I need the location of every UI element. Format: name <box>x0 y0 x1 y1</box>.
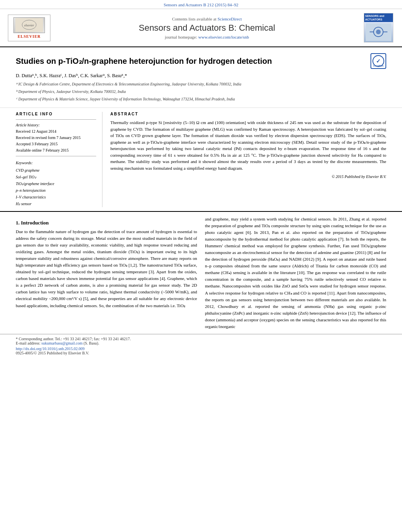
svg-text:CrossMark: CrossMark <box>373 65 383 67</box>
abstract-panel: ABSTRACT Thermally oxidized p-type Si [r… <box>110 112 386 207</box>
body-section: 1. Introduction Due to the flammable nat… <box>0 212 402 334</box>
article-info-panel: ARTICLE INFO Article history: Received 1… <box>16 112 102 207</box>
sensors-logo-box: SENSORS and ACTUATORS <box>364 13 393 43</box>
svg-text:✓: ✓ <box>376 58 381 64</box>
paper-title-row: Studies on p-TiO₂/n-graphene heterojunct… <box>16 53 386 69</box>
abstract-text: Thermally oxidized p-type Si [resistivit… <box>110 119 386 171</box>
article-history-block: Article history: Received 12 August 2014… <box>16 122 96 154</box>
copyright-notice: © 2015 Published by Elsevier B.V. <box>110 174 386 179</box>
doi-link[interactable]: http://dx.doi.org/10.1016/j.snb.2015.02.… <box>16 347 85 351</box>
footnote-area: * Corresponding author. Tel.: +91 33 241… <box>0 334 402 357</box>
keyword-3: TiO₂/graphene interface <box>16 180 96 187</box>
authors-line: D. Duttaᵃ,ᵇ, S.K. Hazraᶜ, J. Dasᵇ, C.K. … <box>16 73 386 79</box>
elsevier-logo: elsevier ELSEVIER <box>8 15 51 41</box>
journal-homepage: journal homepage: www.elsevier.com/locat… <box>51 35 363 39</box>
info-divider <box>16 119 96 120</box>
homepage-link[interactable]: www.elsevier.com/locate/snb <box>198 35 249 39</box>
email-line: E-mail address: sukumarbasu@gmail.com (S… <box>16 341 386 345</box>
history-label: Article history: <box>16 122 96 128</box>
issn-line: 0925-4005/© 2015 Published by Elsevier B… <box>16 351 386 355</box>
received-date: Received 12 August 2014 <box>16 128 96 135</box>
journal-citation: Sensors and Actuators B 212 (2015) 84–92 <box>164 2 238 7</box>
journal-title: Sensors and Actuators B: Chemical <box>51 23 363 33</box>
journal-header: elsevier ELSEVIER Contents lists availab… <box>0 9 402 47</box>
introduction-text-left: Due to the flammable nature of hydrogen … <box>16 228 197 309</box>
keyword-6: H₂ sensor <box>16 200 96 207</box>
sciencedirect-link[interactable]: ScienceDirect <box>218 17 242 21</box>
journal-center-info: Contents lists available at ScienceDirec… <box>51 17 363 39</box>
contents-available-line: Contents lists available at ScienceDirec… <box>51 17 363 21</box>
keyword-1: CVD graphene <box>16 167 96 174</box>
article-info-abstract-section: ARTICLE INFO Article history: Received 1… <box>0 108 402 212</box>
accepted-date: Accepted 3 February 2015 <box>16 141 96 147</box>
email-label: E-mail address: <box>16 341 40 345</box>
doi-line: http://dx.doi.org/10.1016/j.snb.2015.02.… <box>16 347 386 351</box>
svg-point-5 <box>376 30 381 34</box>
affiliation-b: ᵇ Department of Physics, Jadavpur Univer… <box>16 89 386 95</box>
body-left-col: 1. Introduction Due to the flammable nat… <box>16 216 197 330</box>
affiliation-c: ᶜ Department of Physics & Materials Scie… <box>16 96 386 102</box>
keywords-divider <box>16 156 96 156</box>
journal-citation-bar: Sensors and Actuators B 212 (2015) 84–92 <box>0 0 402 9</box>
sensors-logo-text: SENSORS and ACTUATORS <box>364 13 393 22</box>
elsevier-image: elsevier <box>13 17 45 33</box>
received-revised-date: Received in revised form 7 January 2015 <box>16 135 96 141</box>
svg-text:elsevier: elsevier <box>24 24 35 27</box>
keyword-5: I–V characteristics <box>16 194 96 200</box>
article-info-heading: ARTICLE INFO <box>16 112 96 116</box>
body-right-col: and graphene, may yield a system worth s… <box>205 216 386 330</box>
keyword-2: Sol–gel TiO₂ <box>16 174 96 180</box>
keywords-block: Keywords: CVD graphene Sol–gel TiO₂ TiO₂… <box>16 159 96 207</box>
email-link[interactable]: sukumarbasu@gmail.com <box>41 341 82 345</box>
abstract-heading: ABSTRACT <box>110 112 386 116</box>
keyword-4: p–n heterojunction <box>16 187 96 194</box>
corresponding-author: * Corresponding author. Tel.: +91 33 241… <box>16 337 386 341</box>
affiliation-a: ᵃ IC Design & Fabrication Centre, Depart… <box>16 81 386 87</box>
sensors-logo-image <box>364 22 393 42</box>
paper-title-section: Studies on p-TiO₂/n-graphene heterojunct… <box>0 47 402 108</box>
paper-title-text: Studies on p-TiO₂/n-graphene heterojunct… <box>16 56 272 66</box>
introduction-text-right: and graphene, may yield a system worth s… <box>205 216 386 330</box>
introduction-heading: 1. Introduction <box>16 220 197 226</box>
available-date: Available online 7 February 2015 <box>16 147 96 154</box>
sensors-actuators-logo: SENSORS and ACTUATORS <box>363 13 394 43</box>
email-note: (S. Basu). <box>84 341 99 345</box>
keywords-heading: Keywords: <box>16 159 96 166</box>
crossmark-badge: ✓ CrossMark <box>370 53 386 69</box>
elsevier-brand-text: ELSEVIER <box>18 34 41 39</box>
